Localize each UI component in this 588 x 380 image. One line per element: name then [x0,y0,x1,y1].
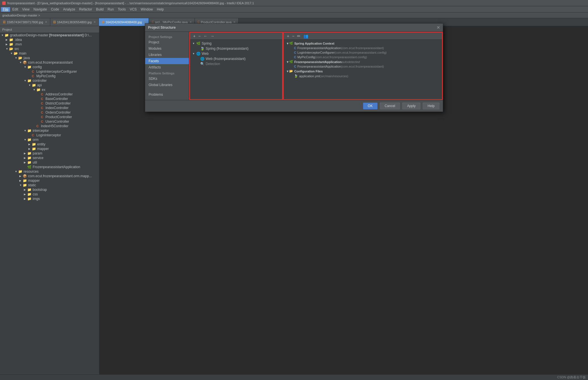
list-item[interactable]: ▶ 📁 entity [0,142,99,147]
list-item[interactable]: C ProductController [0,115,99,119]
close-button[interactable] [2,1,6,5]
menu-tools[interactable]: Tools [116,7,128,12]
menu-view[interactable]: View [20,7,31,12]
list-item[interactable]: 🌿 FrozenpearassistantApplication [0,165,99,169]
list-item[interactable]: ▼ 📁 graduationDesign-master [frozenpeara… [0,33,99,37]
spring-login-interceptor-item[interactable]: C LoginInterceptorConfigurer (com.ecut.f… [284,50,442,55]
facets-forward-button[interactable]: → [209,34,215,38]
list-item[interactable]: ▶ 📁 bootstrap [0,187,99,192]
list-item[interactable]: C AddressController [0,92,99,97]
list-item[interactable]: ▶ 📦 com.ecut.frozenpearassistant.orm.map… [0,174,99,178]
list-item[interactable]: C DistrictController [0,101,99,106]
java-icon: C [41,111,43,114]
tab-close-icon[interactable]: ✕ [93,20,96,24]
spring-frozenpear-app-item[interactable]: C FrozenpearassistantApplication (com.ec… [284,46,442,50]
list-item[interactable]: C IndexController [0,106,99,110]
settings-item-global-libraries[interactable]: Global Libraries [145,82,189,88]
menu-navigate[interactable]: Navigate [32,7,49,12]
menu-refactor[interactable]: Refactor [78,7,94,12]
list-item[interactable]: C MyPicConfig [0,74,99,78]
tab-img2[interactable]: 🖼 164204138305548​00.jpg ✕ [50,18,99,26]
facets-remove-button[interactable]: − [197,34,201,38]
list-item[interactable]: ▼ 📁 config [0,65,99,69]
menu-vcs[interactable]: VCS [128,7,139,12]
list-item[interactable]: ▼ 📂 main [0,51,99,56]
list-item[interactable]: ▶ 📁 imgs [0,197,99,201]
settings-item-facets[interactable]: Facets [145,58,189,64]
tree-label: ProductController [45,115,72,119]
settings-item-problems[interactable]: Problems [145,91,189,98]
list-item[interactable]: ▼ 📁 interceptor [0,128,99,133]
dialog-close-button[interactable]: ✕ [437,25,440,30]
facets-add-button[interactable]: + [192,34,196,38]
menu-run[interactable]: Run [106,7,116,12]
tree-label: .idea [14,38,22,42]
tree-label: .mvn [14,42,22,46]
list-item[interactable]: ▶ 📁 mapper [0,178,99,183]
spring-remove-button[interactable]: − [291,34,295,38]
list-item[interactable]: ▼ 📂 src [0,47,99,51]
list-item[interactable]: C UsersController [0,119,99,124]
spring-autodetected-app-item[interactable]: C FrozenpearassistantApplication (com.ec… [284,64,442,69]
list-item[interactable]: C LoginInterceptor [0,133,99,137]
list-item[interactable]: C IndexH5Controller [0,124,99,128]
spring-edit-button[interactable]: ✏ [296,34,301,38]
settings-item-sdks[interactable]: SDKs [145,76,189,82]
arrow-icon: ▶ [24,156,27,159]
list-item[interactable]: ▶ 📁 css [0,192,99,197]
settings-item-project[interactable]: Project [145,39,189,45]
menu-analyze[interactable]: Analyze [61,7,77,12]
tab-img1[interactable]: 🖼 158574347389717800.jpg ✕ [0,18,50,26]
list-item[interactable]: C OrdersController [0,110,99,115]
tree-label: resources [24,170,39,174]
facets-spring-child-item[interactable]: 🍃 Spring (frozenpearassistant) [190,46,282,51]
list-item[interactable]: C BaseController [0,97,99,101]
list-item[interactable]: ▼ 📦 com.ecut.frozenpearassistant [0,60,99,65]
list-item[interactable]: C LoginInterceptorConfigurer [0,69,99,74]
menu-edit[interactable]: Edit [11,7,20,12]
arrow-icon: ▼ [286,42,289,45]
facets-web-item[interactable]: ▼ 🌐 Web [190,51,282,56]
list-item[interactable]: ▼ 📁 orm [0,137,99,142]
facets-back-button[interactable]: ← [203,34,208,38]
facets-detection-item[interactable]: 🔍 Detection [190,61,282,66]
spring-context-title-item[interactable]: ▼ 🌿 Spring Application Context [284,41,442,46]
list-item[interactable]: ▶ 📁 util [0,160,99,165]
list-item[interactable]: ▼ 📁 static [0,183,99,187]
spring-autodetected-title-item[interactable]: ▼ 🌿 FrozenpearassistantApplication autod… [284,59,442,64]
spring-application-yml-item[interactable]: 🍃 application.yml (src/main/resources) [284,74,442,78]
tab-close-icon[interactable]: ✕ [45,20,47,24]
ok-button[interactable]: OK [363,103,378,109]
list-item[interactable]: ▶ 📁 mapper [0,147,99,151]
menu-window[interactable]: Window [139,7,155,12]
apply-button[interactable]: Apply [402,103,420,109]
list-item[interactable]: ▶ 📁 param [0,151,99,156]
help-button[interactable]: Help [423,103,439,109]
menu-help[interactable]: Help [155,7,166,12]
spring-add-button[interactable]: + [286,34,290,38]
list-item[interactable]: ▼ 📁 ex [0,87,99,92]
project-structure-dialog: Project Structure ✕ Project Settings Pro… [145,23,443,112]
tab-img3[interactable]: 🖼 164204260944088400.jpg ✕ [99,18,149,26]
arrow-icon: ▼ [19,61,23,64]
list-item[interactable]: ▼ 📁 controller [0,78,99,83]
facets-spring-item[interactable]: ▼ 🌿 Spring [190,41,282,46]
facets-web-child-item[interactable]: 🌐 Web (frozenpearassistant) [190,56,282,61]
spring-mypicconfig-item[interactable]: C MyPicConfig (com.ecut.frozenpearassist… [284,55,442,59]
menu-code[interactable]: Code [49,7,61,12]
list-item[interactable]: ▶ 📁 .idea [0,37,99,42]
cancel-button[interactable]: Cancel [380,103,400,109]
list-item[interactable]: ▼ 📁 resources [0,169,99,174]
menu-file[interactable]: File [1,7,10,12]
settings-item-libraries[interactable]: Libraries [145,52,189,58]
list-item[interactable]: ▼ 📁 api [0,83,99,87]
menu-build[interactable]: Build [94,7,105,12]
settings-item-artifacts[interactable]: Artifacts [145,64,189,70]
list-item[interactable]: ▼ 📂 java [0,56,99,60]
folder-icon: 📁 [27,79,32,83]
settings-item-modules[interactable]: Modules [145,45,189,52]
list-item[interactable]: ▶ 📁 service [0,156,99,160]
spring-group-button[interactable]: 👥 [303,34,309,38]
list-item[interactable]: ▶ 📁 .mvn [0,42,99,47]
spring-config-files-title-item[interactable]: ▼ 📂 Configuration Files [284,69,442,74]
